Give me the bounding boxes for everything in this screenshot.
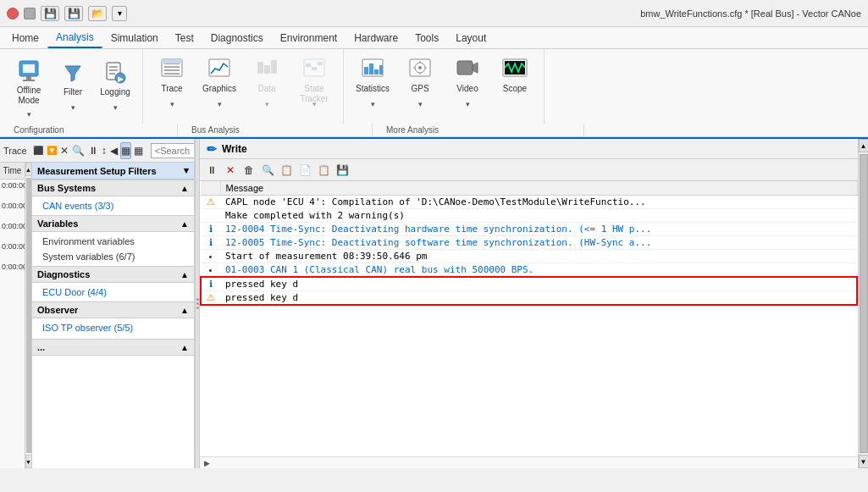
extra-button[interactable]: ▾ (112, 6, 127, 21)
menu-environment[interactable]: Environment (272, 29, 346, 47)
trace-button[interactable]: Trace (150, 53, 194, 98)
left-scroll-up[interactable]: ▲ (25, 163, 32, 176)
menu-simulation[interactable]: Simulation (102, 29, 167, 47)
bus-systems-header[interactable]: Bus Systems ▲ (32, 180, 194, 196)
ribbon-label-bus-analysis: Bus Analysis (178, 124, 373, 136)
trace-toolbar-btn-7[interactable]: ◀ (109, 142, 119, 159)
save-button[interactable]: 💾 (41, 6, 59, 21)
can-events-item[interactable]: CAN events (3/3) (32, 198, 194, 213)
write-find-btn[interactable]: 🔍 (259, 162, 276, 179)
msg-link-4[interactable]: 12-0005 Time-Sync: Deactivating software… (225, 237, 651, 248)
splitter-dot-2 (196, 302, 199, 305)
msg-text-1: CAPL node 'ECU 4': Compilation of 'D:\CA… (220, 196, 857, 209)
save-button-2[interactable]: 💾 (64, 6, 83, 21)
toolbar-btn-1[interactable] (24, 8, 36, 19)
left-scroll-thumb[interactable] (26, 178, 31, 453)
trace-toolbar-btn-4[interactable]: 🔍 (71, 142, 86, 159)
gps-button[interactable]: GPS (398, 53, 442, 98)
gps-icon (406, 57, 434, 82)
video-label: Video (456, 84, 478, 94)
write-clear-btn[interactable]: 🗑 (240, 162, 257, 179)
titlebar: 💾 💾 📂 ▾ bmw_WriteFunctions.cfg * [Real B… (0, 0, 868, 27)
ribbon-label-more-analysis: More Analysis (373, 124, 584, 136)
msg-icon-5: • (201, 250, 220, 263)
time-value-4: 0:00:00 (2, 242, 23, 251)
write-export-btn[interactable]: 📋 (315, 162, 332, 179)
msg-link-6[interactable]: 01-0003 CAN 1 (Classical CAN) real bus w… (225, 264, 534, 275)
scope-icon (501, 57, 528, 82)
offline-mode-button[interactable]: OfflineMode (7, 53, 51, 110)
trace-toolbar-btn-8[interactable]: ▦ (120, 142, 131, 159)
right-scroll-down[interactable]: ▼ (859, 455, 869, 468)
logging-button[interactable]: ▶ Logging (95, 56, 135, 102)
variables-content: Environment variables System variables (… (32, 232, 194, 266)
state-tracker-button[interactable]: StateTracker (292, 53, 336, 98)
right-panel: ✏ Write ⏸ ✕ 🗑 🔍 📋 📄 📋 💾 Message (200, 139, 858, 468)
msg-content-2: Make completed with 2 warning(s) (225, 210, 405, 221)
scope-button[interactable]: Scope (493, 53, 537, 98)
time-value-5: 0:00:00 (2, 263, 23, 271)
msg-link-3[interactable]: 12-0004 Time-Sync: Deactivating hardware… (225, 224, 651, 235)
bus-systems-content: CAN events (3/3) (32, 196, 194, 215)
statistics-label: Statistics (356, 84, 390, 94)
right-scroll-up[interactable]: ▲ (859, 139, 869, 152)
more-header[interactable]: ... ▲ (32, 339, 194, 356)
table-row: Make completed with 2 warning(s) (201, 209, 857, 223)
menu-tools[interactable]: Tools (406, 29, 447, 47)
diagnostics-header[interactable]: Diagnostics ▲ (32, 266, 194, 283)
time-value-1: 0:00:00 (2, 181, 23, 190)
trace-toolbar-btn-2[interactable]: 🔽 (46, 142, 58, 159)
ecu-door-item[interactable]: ECU Door (4/4) (32, 285, 194, 300)
msg-text-3: 12-0004 Time-Sync: Deactivating hardware… (220, 223, 857, 236)
trace-toolbar-btn-5[interactable]: ⏸ (87, 142, 99, 159)
splitter-dot-3 (196, 307, 199, 309)
iso-tp-item[interactable]: ISO TP observer (5/5) (32, 320, 194, 335)
svg-rect-22 (306, 64, 311, 67)
svg-rect-19 (264, 65, 270, 74)
open-button[interactable]: 📂 (88, 6, 107, 21)
close-button[interactable] (7, 8, 19, 19)
time-column-header: Time (0, 163, 25, 180)
msg-text-7: pressed key d (220, 277, 857, 291)
menu-layout[interactable]: Layout (447, 29, 495, 47)
write-page-btn[interactable]: 📄 (296, 162, 313, 179)
data-button[interactable]: Data (245, 53, 289, 98)
filter-panel-arrow[interactable]: ▾ (184, 165, 189, 176)
right-scroll-thumb[interactable] (860, 154, 868, 453)
svg-rect-17 (209, 59, 229, 76)
left-scroll-down[interactable]: ▼ (25, 455, 32, 468)
write-pause-btn[interactable]: ⏸ (203, 162, 220, 179)
trace-search-input[interactable] (151, 143, 195, 158)
observer-header[interactable]: Observer ▲ (32, 301, 194, 318)
write-copy-btn[interactable]: 📋 (278, 162, 295, 179)
sys-variables-item[interactable]: System variables (6/7) (32, 249, 194, 264)
trace-toolbar-btn-9[interactable]: ▦ (133, 142, 144, 159)
trace-toolbar-btn-1[interactable]: ⬛ (32, 142, 44, 159)
trace-toolbar-btn-6[interactable]: ↕ (101, 142, 108, 159)
expand-arrow[interactable]: ▶ (200, 457, 213, 469)
graphics-button[interactable]: Graphics (197, 53, 241, 98)
menu-diagnostics[interactable]: Diagnostics (202, 29, 272, 47)
write-stop-btn[interactable]: ✕ (222, 162, 239, 179)
write-header: ✏ Write (200, 139, 858, 159)
time-value-3: 0:00:00 (2, 222, 23, 230)
filter-button[interactable]: Filter (54, 56, 91, 102)
msg-icon-7: ℹ (201, 277, 220, 291)
variables-header[interactable]: Variables ▲ (32, 215, 194, 232)
gps-label: GPS (411, 84, 428, 94)
write-title: Write (222, 143, 247, 155)
menu-hardware[interactable]: Hardware (346, 29, 406, 47)
menu-home[interactable]: Home (3, 29, 47, 47)
statistics-button[interactable]: Statistics (351, 53, 395, 98)
video-button[interactable]: Video (445, 53, 489, 98)
menu-analysis[interactable]: Analysis (47, 28, 102, 48)
filter-icon (59, 60, 86, 86)
msg-icon-6: • (201, 263, 220, 278)
menu-test[interactable]: Test (167, 29, 202, 47)
env-variables-item[interactable]: Environment variables (32, 234, 194, 249)
info-icon-3: ℹ (209, 224, 213, 234)
table-row: • Start of measurement 08:39:50.646 pm (201, 250, 857, 263)
write-save-btn[interactable]: 💾 (334, 162, 351, 179)
trace-toolbar-btn-3[interactable]: ✕ (59, 142, 69, 159)
svg-rect-1 (23, 64, 35, 73)
